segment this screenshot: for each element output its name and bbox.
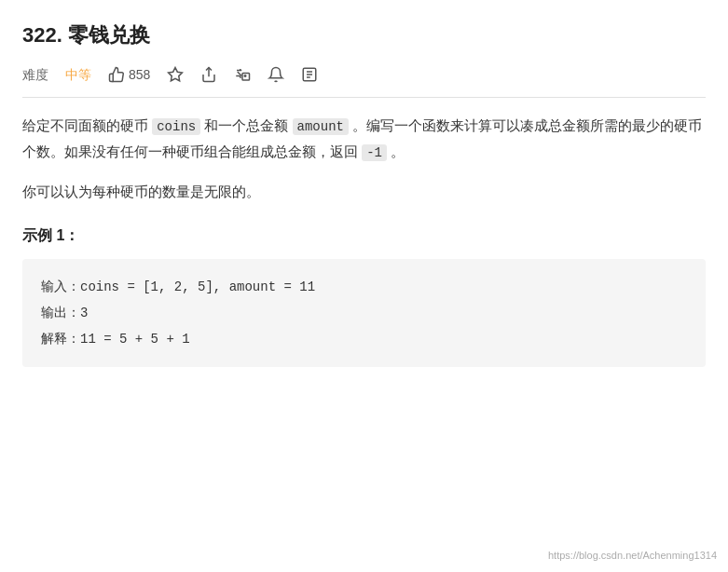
description-paragraph1: 给定不同面额的硬币 coins 和一个总金额 amount 。编写一个函数来计算…: [22, 113, 706, 167]
example-box: 输入：coins = [1, 2, 5], amount = 11 输出：3 解…: [22, 259, 706, 367]
share-button[interactable]: [200, 66, 217, 83]
meta-row: 难度 中等 858: [22, 64, 706, 97]
share-icon: [200, 66, 217, 83]
amount-code: amount: [293, 118, 349, 135]
thumbs-up-icon: [108, 66, 125, 83]
example-explain-line: 解释：11 = 5 + 5 + 1: [41, 326, 687, 352]
difficulty-label: 难度: [22, 64, 48, 85]
note-icon: [301, 66, 318, 83]
notification-button[interactable]: [268, 66, 284, 83]
notes-button[interactable]: [301, 66, 318, 83]
example-output-line: 输出：3: [41, 300, 687, 326]
likes-count: 858: [129, 64, 150, 85]
coins-code: coins: [152, 118, 200, 135]
translate-button[interactable]: [234, 66, 251, 83]
bell-icon: [268, 66, 284, 83]
difficulty-badge: 中等: [65, 64, 91, 85]
svg-marker-0: [169, 68, 183, 81]
page-title: 322. 零钱兑换: [22, 19, 706, 51]
example-input-line: 输入：coins = [1, 2, 5], amount = 11: [41, 274, 687, 300]
translate-icon: [234, 66, 251, 83]
likes-button[interactable]: 858: [108, 64, 150, 85]
example-section: 示例 1： 输入：coins = [1, 2, 5], amount = 11 …: [22, 224, 706, 367]
example-title: 示例 1：: [22, 224, 706, 248]
problem-description: 给定不同面额的硬币 coins 和一个总金额 amount 。编写一个函数来计算…: [22, 113, 706, 206]
description-paragraph2: 你可以认为每种硬币的数量是无限的。: [22, 179, 706, 205]
star-icon: [167, 66, 184, 83]
neg1-code: -1: [362, 144, 387, 161]
star-button[interactable]: [167, 66, 184, 83]
